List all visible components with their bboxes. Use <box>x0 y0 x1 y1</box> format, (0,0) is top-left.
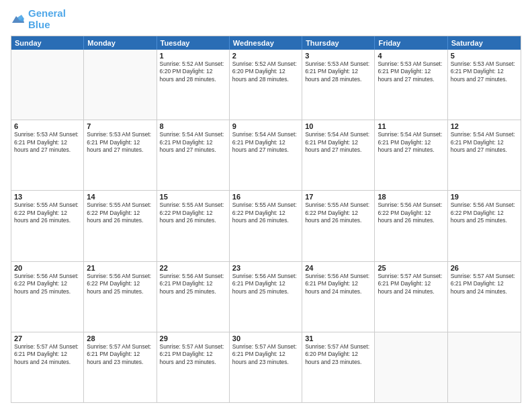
day-info: Sunrise: 5:54 AM Sunset: 6:21 PM Dayligh… <box>160 131 226 154</box>
day-info: Sunrise: 5:53 AM Sunset: 6:21 PM Dayligh… <box>378 60 444 83</box>
day-info: Sunrise: 5:56 AM Sunset: 6:21 PM Dayligh… <box>305 273 371 295</box>
day-info: Sunrise: 5:55 AM Sunset: 6:22 PM Dayligh… <box>14 201 81 224</box>
calendar-week-3: 13Sunrise: 5:55 AM Sunset: 6:22 PM Dayli… <box>11 190 521 261</box>
day-info: Sunrise: 5:54 AM Sunset: 6:21 PM Dayligh… <box>451 131 518 154</box>
day-info: Sunrise: 5:53 AM Sunset: 6:21 PM Dayligh… <box>87 131 153 154</box>
day-number: 10 <box>305 122 371 130</box>
day-number: 17 <box>305 193 371 201</box>
calendar-cell: 15Sunrise: 5:55 AM Sunset: 6:22 PM Dayli… <box>157 191 230 261</box>
header-day-sunday: Sunday <box>11 36 84 50</box>
calendar-cell: 25Sunrise: 5:57 AM Sunset: 6:21 PM Dayli… <box>375 262 447 332</box>
day-number: 13 <box>14 193 81 201</box>
calendar-cell: 16Sunrise: 5:55 AM Sunset: 6:22 PM Dayli… <box>230 191 302 261</box>
day-number: 8 <box>160 122 226 130</box>
page-header: GeneralBlue <box>11 8 521 30</box>
calendar-cell: 9Sunrise: 5:54 AM Sunset: 6:21 PM Daylig… <box>230 120 302 190</box>
day-number: 9 <box>232 122 299 130</box>
calendar-cell: 13Sunrise: 5:55 AM Sunset: 6:22 PM Dayli… <box>11 191 84 261</box>
day-info: Sunrise: 5:52 AM Sunset: 6:20 PM Dayligh… <box>160 60 226 83</box>
calendar-week-5: 27Sunrise: 5:57 AM Sunset: 6:21 PM Dayli… <box>11 332 521 402</box>
calendar-cell <box>84 50 157 120</box>
day-info: Sunrise: 5:53 AM Sunset: 6:21 PM Dayligh… <box>14 131 81 154</box>
header-day-wednesday: Wednesday <box>230 36 302 50</box>
day-number: 16 <box>232 193 299 201</box>
day-number: 7 <box>87 122 153 130</box>
day-info: Sunrise: 5:53 AM Sunset: 6:21 PM Dayligh… <box>451 60 518 83</box>
day-info: Sunrise: 5:55 AM Sunset: 6:22 PM Dayligh… <box>305 201 371 224</box>
calendar-cell: 29Sunrise: 5:57 AM Sunset: 6:21 PM Dayli… <box>157 332 230 402</box>
calendar-cell: 10Sunrise: 5:54 AM Sunset: 6:21 PM Dayli… <box>302 120 375 190</box>
day-number: 21 <box>87 264 153 272</box>
day-number: 26 <box>451 264 518 272</box>
logo-text: GeneralBlue <box>28 8 66 30</box>
day-info: Sunrise: 5:57 AM Sunset: 6:21 PM Dayligh… <box>160 343 226 366</box>
header-day-thursday: Thursday <box>302 36 375 50</box>
day-number: 12 <box>451 122 518 130</box>
day-number: 31 <box>305 334 371 342</box>
calendar-cell: 17Sunrise: 5:55 AM Sunset: 6:22 PM Dayli… <box>302 191 375 261</box>
day-number: 29 <box>160 334 226 342</box>
calendar-cell: 5Sunrise: 5:53 AM Sunset: 6:21 PM Daylig… <box>448 50 521 120</box>
logo-icon <box>11 13 26 26</box>
day-info: Sunrise: 5:55 AM Sunset: 6:22 PM Dayligh… <box>232 201 299 224</box>
day-info: Sunrise: 5:54 AM Sunset: 6:21 PM Dayligh… <box>305 131 371 154</box>
calendar-cell: 23Sunrise: 5:56 AM Sunset: 6:21 PM Dayli… <box>230 262 302 332</box>
day-number: 20 <box>14 264 81 272</box>
calendar-cell: 24Sunrise: 5:56 AM Sunset: 6:21 PM Dayli… <box>302 262 375 332</box>
day-number: 30 <box>232 334 299 342</box>
calendar-cell: 11Sunrise: 5:54 AM Sunset: 6:21 PM Dayli… <box>375 120 447 190</box>
calendar-cell <box>448 332 521 402</box>
day-info: Sunrise: 5:56 AM Sunset: 6:22 PM Dayligh… <box>87 273 153 295</box>
day-info: Sunrise: 5:57 AM Sunset: 6:21 PM Dayligh… <box>14 343 81 366</box>
calendar: SundayMondayTuesdayWednesdayThursdayFrid… <box>11 36 521 403</box>
header-day-tuesday: Tuesday <box>157 36 230 50</box>
day-number: 15 <box>160 193 226 201</box>
day-number: 25 <box>378 264 444 272</box>
calendar-cell: 28Sunrise: 5:57 AM Sunset: 6:21 PM Dayli… <box>84 332 157 402</box>
calendar-cell: 6Sunrise: 5:53 AM Sunset: 6:21 PM Daylig… <box>11 120 84 190</box>
day-number: 27 <box>14 334 81 342</box>
day-info: Sunrise: 5:57 AM Sunset: 6:21 PM Dayligh… <box>232 343 299 366</box>
calendar-cell: 8Sunrise: 5:54 AM Sunset: 6:21 PM Daylig… <box>157 120 230 190</box>
day-info: Sunrise: 5:56 AM Sunset: 6:21 PM Dayligh… <box>160 273 226 295</box>
day-info: Sunrise: 5:54 AM Sunset: 6:21 PM Dayligh… <box>378 131 444 154</box>
day-number: 22 <box>160 264 226 272</box>
day-info: Sunrise: 5:55 AM Sunset: 6:22 PM Dayligh… <box>160 201 226 224</box>
day-info: Sunrise: 5:57 AM Sunset: 6:20 PM Dayligh… <box>305 343 371 366</box>
day-number: 4 <box>378 52 444 60</box>
header-day-monday: Monday <box>84 36 157 50</box>
day-info: Sunrise: 5:57 AM Sunset: 6:21 PM Dayligh… <box>87 343 153 366</box>
day-info: Sunrise: 5:57 AM Sunset: 6:21 PM Dayligh… <box>451 273 518 295</box>
day-number: 6 <box>14 122 81 130</box>
day-info: Sunrise: 5:56 AM Sunset: 6:21 PM Dayligh… <box>232 273 299 295</box>
calendar-cell: 2Sunrise: 5:52 AM Sunset: 6:20 PM Daylig… <box>230 50 302 120</box>
calendar-cell: 18Sunrise: 5:56 AM Sunset: 6:22 PM Dayli… <box>375 191 447 261</box>
day-number: 28 <box>87 334 153 342</box>
calendar-cell: 30Sunrise: 5:57 AM Sunset: 6:21 PM Dayli… <box>230 332 302 402</box>
day-number: 23 <box>232 264 299 272</box>
calendar-cell: 4Sunrise: 5:53 AM Sunset: 6:21 PM Daylig… <box>375 50 447 120</box>
calendar-cell: 31Sunrise: 5:57 AM Sunset: 6:20 PM Dayli… <box>302 332 375 402</box>
calendar-cell: 26Sunrise: 5:57 AM Sunset: 6:21 PM Dayli… <box>448 262 521 332</box>
calendar-cell: 22Sunrise: 5:56 AM Sunset: 6:21 PM Dayli… <box>157 262 230 332</box>
day-number: 19 <box>451 193 518 201</box>
calendar-body: 1Sunrise: 5:52 AM Sunset: 6:20 PM Daylig… <box>11 50 521 402</box>
calendar-cell: 1Sunrise: 5:52 AM Sunset: 6:20 PM Daylig… <box>157 50 230 120</box>
day-number: 1 <box>160 52 226 60</box>
day-info: Sunrise: 5:55 AM Sunset: 6:22 PM Dayligh… <box>87 201 153 224</box>
day-number: 11 <box>378 122 444 130</box>
header-day-friday: Friday <box>375 36 447 50</box>
day-number: 5 <box>451 52 518 60</box>
header-day-saturday: Saturday <box>448 36 521 50</box>
calendar-cell <box>375 332 447 402</box>
calendar-cell: 14Sunrise: 5:55 AM Sunset: 6:22 PM Dayli… <box>84 191 157 261</box>
day-info: Sunrise: 5:56 AM Sunset: 6:22 PM Dayligh… <box>451 201 518 224</box>
calendar-cell <box>11 50 84 120</box>
calendar-cell: 12Sunrise: 5:54 AM Sunset: 6:21 PM Dayli… <box>448 120 521 190</box>
calendar-header: SundayMondayTuesdayWednesdayThursdayFrid… <box>11 36 521 50</box>
calendar-cell: 20Sunrise: 5:56 AM Sunset: 6:22 PM Dayli… <box>11 262 84 332</box>
day-number: 24 <box>305 264 371 272</box>
logo: GeneralBlue <box>11 8 66 30</box>
calendar-cell: 7Sunrise: 5:53 AM Sunset: 6:21 PM Daylig… <box>84 120 157 190</box>
day-info: Sunrise: 5:56 AM Sunset: 6:22 PM Dayligh… <box>14 273 81 295</box>
